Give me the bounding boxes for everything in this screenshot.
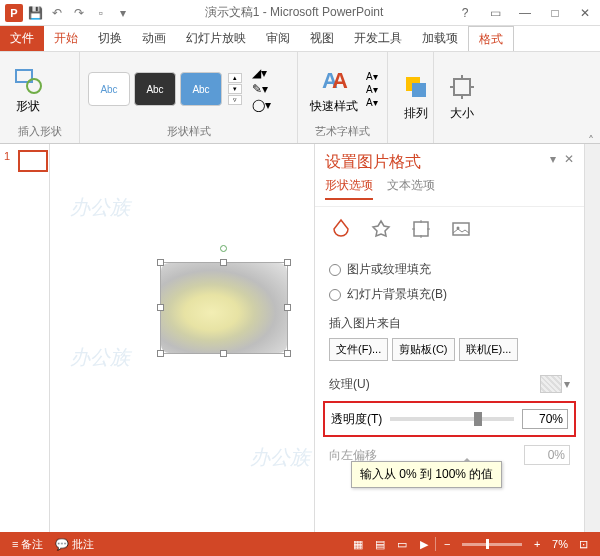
- wordart-styles-button[interactable]: AA 快速样式: [306, 60, 362, 119]
- resize-handle-nw[interactable]: [157, 259, 164, 266]
- tab-review[interactable]: 审阅: [256, 26, 300, 51]
- svg-rect-7: [414, 222, 428, 236]
- qat-item-icon[interactable]: ▫: [91, 3, 111, 23]
- zoom-out-icon[interactable]: −: [436, 535, 458, 553]
- status-comments-button[interactable]: 💬批注: [49, 537, 100, 552]
- slideshow-view-icon[interactable]: ▶: [413, 535, 435, 553]
- shape-outline-icon[interactable]: ✎▾: [252, 82, 271, 96]
- shapes-button[interactable]: 形状: [8, 60, 48, 119]
- minimize-icon[interactable]: —: [510, 1, 540, 25]
- tab-file[interactable]: 文件: [0, 26, 44, 51]
- zoom-in-icon[interactable]: +: [526, 535, 548, 553]
- effects-icon[interactable]: [369, 217, 393, 241]
- slide-thumbnail-1[interactable]: [18, 150, 48, 172]
- pane-options-icon[interactable]: ▾: [550, 152, 556, 173]
- fit-window-icon[interactable]: ⊡: [572, 535, 594, 553]
- svg-text:A: A: [332, 68, 348, 93]
- texture-label: 纹理(U): [329, 376, 370, 393]
- resize-handle-n[interactable]: [220, 259, 227, 266]
- status-notes-button[interactable]: ≡备注: [6, 537, 49, 552]
- maximize-icon[interactable]: □: [540, 1, 570, 25]
- slide-number: 1: [4, 150, 10, 162]
- radio-slide-bg-fill[interactable]: 幻灯片背景填充(B): [329, 282, 570, 307]
- shape-effects-icon[interactable]: ◯▾: [252, 98, 271, 112]
- slide-canvas[interactable]: 办公族 办公族 办公族: [50, 144, 314, 532]
- zoom-slider[interactable]: [462, 543, 522, 546]
- insert-clipboard-button[interactable]: 剪贴板(C): [392, 338, 454, 361]
- shapes-icon: [12, 64, 44, 96]
- wordart-icon: AA: [318, 64, 350, 96]
- window-title: 演示文稿1 - Microsoft PowerPoint: [138, 4, 450, 21]
- undo-icon[interactable]: ↶: [47, 3, 67, 23]
- style-gallery-more-icon[interactable]: ▿: [228, 95, 242, 105]
- tab-developer[interactable]: 开发工具: [344, 26, 412, 51]
- qat-dropdown-icon[interactable]: ▾: [113, 3, 133, 23]
- fill-line-icon[interactable]: [329, 217, 353, 241]
- transparency-slider[interactable]: [390, 417, 514, 421]
- pane-tab-shape-options[interactable]: 形状选项: [325, 177, 373, 200]
- tab-transitions[interactable]: 切换: [88, 26, 132, 51]
- close-icon[interactable]: ✕: [570, 1, 600, 25]
- text-effects-icon[interactable]: A▾: [366, 97, 378, 108]
- tab-view[interactable]: 视图: [300, 26, 344, 51]
- arrange-button[interactable]: 排列: [396, 67, 436, 126]
- redo-icon[interactable]: ↷: [69, 3, 89, 23]
- transparency-tooltip: 输入从 0% 到 100% 的值: [351, 461, 502, 488]
- normal-view-icon[interactable]: ▦: [347, 535, 369, 553]
- wordart-label: 快速样式: [310, 98, 358, 115]
- text-fill-icon[interactable]: A▾: [366, 71, 378, 82]
- tab-format[interactable]: 格式: [468, 26, 514, 51]
- shape-style-thumb-3[interactable]: Abc: [180, 72, 222, 106]
- svg-point-1: [27, 79, 41, 93]
- comments-icon: 💬: [55, 538, 69, 551]
- pane-title: 设置图片格式: [325, 152, 421, 173]
- rotate-handle[interactable]: [220, 245, 227, 252]
- shape-style-thumb-1[interactable]: Abc: [88, 72, 130, 106]
- reading-view-icon[interactable]: ▭: [391, 535, 413, 553]
- text-outline-icon[interactable]: A▾: [366, 84, 378, 95]
- group-wordart-label: 艺术字样式: [306, 122, 379, 139]
- radio-picture-fill[interactable]: 图片或纹理填充: [329, 257, 570, 282]
- tab-slideshow[interactable]: 幻灯片放映: [176, 26, 256, 51]
- shape-style-thumb-2[interactable]: Abc: [134, 72, 176, 106]
- style-gallery-up-icon[interactable]: ▴: [228, 73, 242, 83]
- pane-tab-text-options[interactable]: 文本选项: [387, 177, 435, 200]
- resize-handle-ne[interactable]: [284, 259, 291, 266]
- ribbon-display-icon[interactable]: ▭: [480, 1, 510, 25]
- collapse-ribbon-icon[interactable]: ˄: [588, 134, 594, 148]
- shape-fill-icon[interactable]: ◢▾: [252, 66, 271, 80]
- pane-close-icon[interactable]: ✕: [564, 152, 574, 173]
- help-icon[interactable]: ?: [450, 1, 480, 25]
- pane-scrollbar[interactable]: [584, 144, 600, 532]
- sorter-view-icon[interactable]: ▤: [369, 535, 391, 553]
- resize-handle-sw[interactable]: [157, 350, 164, 357]
- picture-icon[interactable]: [449, 217, 473, 241]
- texture-dropdown-icon[interactable]: ▾: [564, 377, 570, 391]
- tab-addins[interactable]: 加载项: [412, 26, 468, 51]
- resize-handle-se[interactable]: [284, 350, 291, 357]
- size-icon: [446, 71, 478, 103]
- format-picture-pane: 设置图片格式 ▾ ✕ 形状选项 文本选项 图片或纹理填充 幻灯片背景填充(B) …: [314, 144, 584, 532]
- arrange-icon: [400, 71, 432, 103]
- shape-fill-image: [161, 263, 287, 353]
- tab-home[interactable]: 开始: [44, 26, 88, 51]
- size-button[interactable]: 大小: [442, 67, 482, 126]
- size-properties-icon[interactable]: [409, 217, 433, 241]
- zoom-level: 7%: [548, 538, 572, 550]
- style-gallery-down-icon[interactable]: ▾: [228, 84, 242, 94]
- svg-rect-5: [412, 83, 426, 97]
- selected-shape[interactable]: [160, 262, 288, 354]
- texture-picker[interactable]: [540, 375, 562, 393]
- resize-handle-e[interactable]: [284, 304, 291, 311]
- insert-online-button[interactable]: 联机(E)...: [459, 338, 519, 361]
- tab-animations[interactable]: 动画: [132, 26, 176, 51]
- save-icon[interactable]: 💾: [25, 3, 45, 23]
- resize-handle-w[interactable]: [157, 304, 164, 311]
- svg-rect-8: [453, 223, 469, 235]
- slider-thumb[interactable]: [474, 412, 482, 426]
- transparency-input[interactable]: 70%: [522, 409, 568, 429]
- resize-handle-s[interactable]: [220, 350, 227, 357]
- group-shape-styles-label: 形状样式: [88, 122, 289, 139]
- insert-file-button[interactable]: 文件(F)...: [329, 338, 388, 361]
- offset-input[interactable]: 0%: [524, 445, 570, 465]
